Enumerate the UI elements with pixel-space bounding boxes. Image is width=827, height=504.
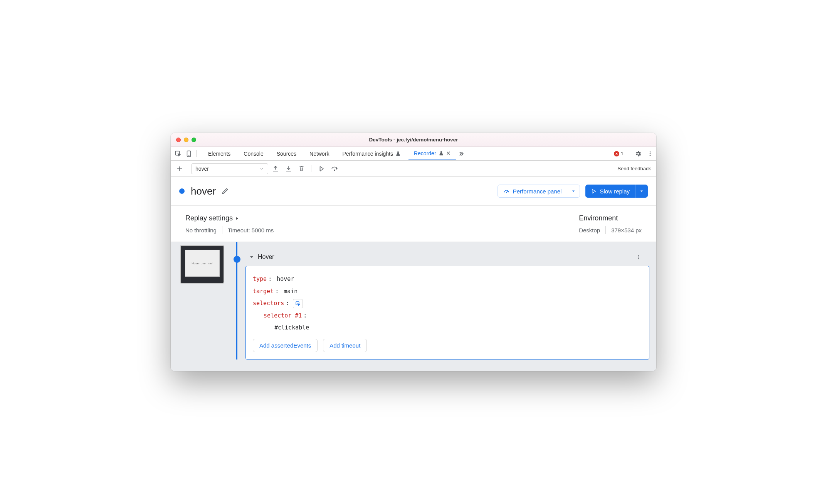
import-icon[interactable] bbox=[285, 165, 292, 172]
play-icon bbox=[591, 188, 597, 194]
button-label: Performance panel bbox=[513, 188, 562, 195]
tab-label: Performance insights bbox=[342, 151, 393, 157]
chevron-down-icon bbox=[259, 166, 264, 171]
step-header[interactable]: Hover bbox=[245, 254, 649, 266]
prop-value[interactable]: hover bbox=[277, 273, 294, 286]
chevron-right-icon bbox=[235, 216, 239, 221]
tab-sources[interactable]: Sources bbox=[271, 147, 302, 160]
svg-point-8 bbox=[650, 153, 651, 154]
steps-timeline: Hover over me! Hover type: hover bbox=[171, 242, 656, 371]
svg-point-14 bbox=[506, 192, 506, 192]
tab-label: Sources bbox=[277, 151, 296, 157]
add-asserted-events-button[interactable]: Add assertedEvents bbox=[253, 339, 318, 352]
separator bbox=[629, 150, 629, 157]
tab-label: Console bbox=[244, 151, 263, 157]
separator bbox=[311, 165, 311, 172]
svg-point-13 bbox=[334, 170, 335, 170]
titlebar: DevTools - jec.fyi/demo/menu-hover bbox=[171, 133, 656, 147]
step-over-icon[interactable] bbox=[331, 165, 338, 172]
caret-down-icon bbox=[249, 255, 254, 259]
flask-icon bbox=[395, 151, 401, 156]
heading-label: Environment bbox=[579, 214, 618, 222]
new-recording-icon[interactable] bbox=[176, 165, 183, 172]
timeout-value: Timeout: 5000 ms bbox=[228, 227, 274, 234]
tab-recorder[interactable]: Recorder bbox=[408, 147, 456, 160]
environment-heading: Environment bbox=[579, 214, 642, 222]
svg-point-16 bbox=[638, 257, 639, 258]
selector-value[interactable]: #clickable bbox=[274, 322, 309, 334]
close-tab-icon[interactable] bbox=[446, 151, 450, 155]
device-toggle-icon[interactable] bbox=[185, 150, 192, 157]
separator bbox=[196, 150, 197, 157]
recording-header: hover Performance panel Slow replay bbox=[171, 177, 656, 206]
window-title: DevTools - jec.fyi/demo/menu-hover bbox=[171, 137, 656, 143]
recording-select[interactable]: hover bbox=[191, 163, 268, 174]
separator bbox=[187, 165, 187, 172]
traffic-lights bbox=[176, 138, 196, 142]
throttling-value: No throttling bbox=[185, 227, 217, 234]
tab-network[interactable]: Network bbox=[304, 147, 334, 160]
pick-selector-button[interactable] bbox=[293, 299, 303, 308]
replay-settings-heading[interactable]: Replay settings bbox=[185, 214, 274, 222]
tab-label: Network bbox=[309, 151, 329, 157]
tab-elements[interactable]: Elements bbox=[203, 147, 236, 160]
inspect-element-icon[interactable] bbox=[175, 150, 182, 157]
tab-console[interactable]: Console bbox=[238, 147, 269, 160]
step-details-card: type: hover target: main selectors: sele… bbox=[245, 266, 649, 360]
heading-label: Replay settings bbox=[185, 214, 233, 222]
recording-title: hover bbox=[191, 185, 216, 197]
prop-key: type bbox=[253, 273, 267, 286]
settings-panel: Replay settings No throttling Timeout: 5… bbox=[171, 206, 656, 242]
slow-replay-dropdown[interactable] bbox=[635, 185, 648, 198]
tab-performance-insights[interactable]: Performance insights bbox=[337, 147, 406, 160]
error-icon bbox=[614, 151, 619, 156]
thumbnail-text: Hover over me! bbox=[192, 262, 213, 265]
recording-select-value: hover bbox=[195, 166, 209, 172]
step-menu-icon[interactable] bbox=[635, 254, 645, 260]
recorder-toolbar: hover Send feedback bbox=[171, 161, 656, 177]
prop-key: selector #1 bbox=[264, 310, 302, 322]
error-badge[interactable]: 1 bbox=[614, 151, 624, 156]
export-icon[interactable] bbox=[272, 165, 279, 172]
step-thumbnail: Hover over me! bbox=[180, 245, 224, 284]
maximize-window-button[interactable] bbox=[192, 138, 196, 142]
recording-status-dot bbox=[179, 188, 185, 194]
separator bbox=[605, 226, 606, 234]
tab-label: Recorder bbox=[414, 150, 436, 156]
minimize-window-button[interactable] bbox=[184, 138, 188, 142]
button-label: Slow replay bbox=[600, 188, 630, 195]
prop-value[interactable]: main bbox=[284, 286, 298, 298]
panel-tabs: Elements Console Sources Network Perform… bbox=[171, 147, 656, 161]
add-timeout-button[interactable]: Add timeout bbox=[323, 339, 367, 352]
svg-point-15 bbox=[638, 255, 639, 256]
environment-device: Desktop bbox=[579, 227, 600, 234]
flask-icon bbox=[439, 151, 444, 156]
svg-point-17 bbox=[638, 259, 639, 260]
overflow-tabs-icon[interactable] bbox=[458, 151, 464, 157]
chevron-down-icon bbox=[571, 189, 576, 193]
prop-key: selectors bbox=[253, 297, 284, 310]
performance-panel-button[interactable]: Performance panel bbox=[498, 185, 580, 198]
tab-label: Elements bbox=[208, 151, 230, 157]
gauge-icon bbox=[503, 188, 510, 195]
separator bbox=[222, 226, 222, 234]
error-count: 1 bbox=[621, 151, 624, 156]
prop-key: target bbox=[253, 286, 274, 298]
send-feedback-link[interactable]: Send feedback bbox=[617, 166, 651, 171]
timeline-active-dot bbox=[234, 256, 240, 263]
svg-point-9 bbox=[650, 155, 651, 156]
devtools-window: DevTools - jec.fyi/demo/menu-hover Eleme… bbox=[171, 133, 656, 371]
performance-panel-dropdown[interactable] bbox=[567, 185, 580, 197]
chevron-down-icon bbox=[639, 189, 644, 193]
close-window-button[interactable] bbox=[176, 138, 181, 142]
slow-replay-button[interactable]: Slow replay bbox=[585, 185, 648, 198]
continue-icon[interactable] bbox=[318, 165, 324, 172]
svg-point-7 bbox=[650, 151, 651, 153]
gear-icon[interactable] bbox=[635, 150, 642, 157]
kebab-menu-icon[interactable] bbox=[647, 151, 653, 157]
delete-icon[interactable] bbox=[298, 165, 305, 172]
step-label: Hover bbox=[258, 254, 274, 260]
environment-size: 379×534 px bbox=[611, 227, 642, 234]
timeline bbox=[232, 242, 245, 360]
edit-title-icon[interactable] bbox=[221, 187, 229, 195]
